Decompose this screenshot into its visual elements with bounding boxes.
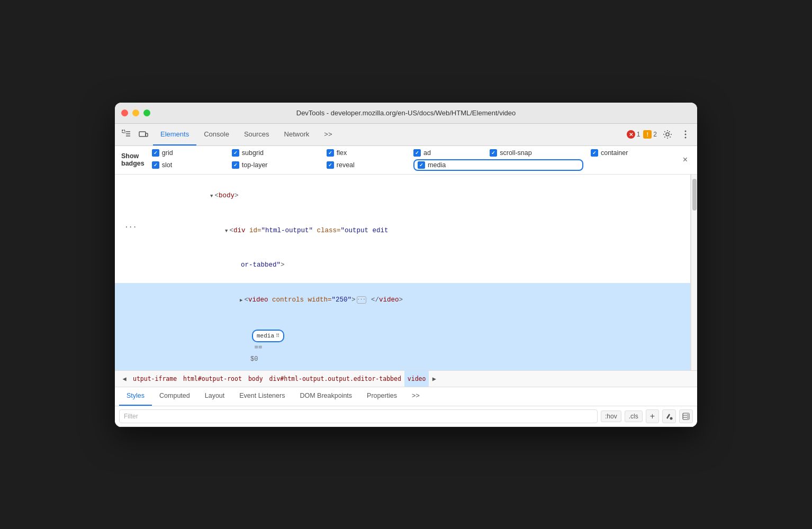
breadcrumb-back[interactable]: ◀ [119,370,130,387]
minimize-button[interactable] [132,110,139,116]
titlebar: DevTools - developer.mozilla.org/en-US/d… [115,103,697,124]
badge-reveal-checkbox[interactable] [327,161,334,169]
badge-scroll-snap[interactable]: scroll-snap [490,149,583,157]
styles-panel: Styles Computed Layout Event Listeners D… [115,387,697,427]
html-tree: ··· <body> <div id="html-output" class="… [115,175,691,370]
tree-div-open-cont[interactable]: or-tabbed"> [115,248,690,283]
styles-tabs: Styles Computed Layout Event Listeners D… [115,387,697,406]
breadcrumb-video[interactable]: video [404,370,429,387]
html-tree-scrollbar[interactable] [691,175,697,370]
add-rule-button[interactable]: + [646,409,659,423]
sidebar-icon[interactable] [679,409,693,423]
badge-ad-checkbox[interactable] [413,149,421,157]
badge-flex[interactable]: flex [327,149,406,157]
media-badge[interactable]: media ⠿ [252,330,284,343]
hov-button[interactable]: :hov [601,411,621,422]
tab-styles[interactable]: Styles [119,387,152,406]
badges-close-button[interactable]: × [680,154,691,166]
tree-body-open[interactable]: <body> [115,179,690,214]
error-badge[interactable]: ✕ 1 [627,130,640,139]
settings-icon[interactable] [660,127,675,142]
responsive-icon[interactable] [136,127,151,142]
badge-container-checkbox[interactable] [591,149,598,157]
svg-point-5 [685,134,687,135]
badge-subgrid[interactable]: subgrid [232,149,319,157]
main-area: ··· <body> <div id="html-output" class="… [115,175,697,370]
badge-grid-checkbox[interactable] [152,149,159,157]
maximize-button[interactable] [143,110,150,116]
svg-point-4 [685,131,687,132]
video-ellipsis[interactable]: ··· [357,296,366,304]
svg-rect-0 [122,130,125,133]
svg-rect-1 [139,132,146,136]
badges-grid: grid subgrid flex ad scroll-snap contain… [152,149,680,171]
window-controls [121,110,150,116]
breadcrumb-output-iframe[interactable]: utput-iframe [130,370,180,387]
close-button[interactable] [121,110,128,116]
svg-rect-2 [146,133,148,136]
tab-more[interactable]: >> [317,123,339,145]
tab-sources[interactable]: Sources [237,123,277,145]
tab-elements[interactable]: Elements [153,123,196,145]
badge-grid[interactable]: grid [152,149,224,157]
tab-console[interactable]: Console [196,123,237,145]
tab-network[interactable]: Network [277,123,317,145]
tree-media-badge-line: media ⠿ == $0 [115,318,690,370]
toolbar-right: ✕ 1 ! 2 [627,127,693,142]
tab-computed[interactable]: Computed [152,387,197,406]
badge-scroll-snap-checkbox[interactable] [490,149,497,157]
badge-slot[interactable]: slot [152,159,224,171]
breadcrumb-bar: ◀ utput-iframe html#output-root body div… [115,370,697,387]
toolbar-tabs: Elements Console Sources Network >> [153,123,625,145]
div-triangle[interactable] [225,227,228,235]
warning-badge[interactable]: ! 2 [643,130,657,139]
cls-button[interactable]: .cls [625,411,643,422]
badge-ad[interactable]: ad [413,149,482,157]
badge-flex-checkbox[interactable] [327,149,334,157]
breadcrumb-body[interactable]: body [245,370,266,387]
badge-top-layer[interactable]: top-layer [232,159,319,171]
tab-styles-more[interactable]: >> [404,387,427,406]
badge-container[interactable]: container [591,149,680,157]
badge-slot-checkbox[interactable] [152,161,159,169]
video-triangle[interactable] [240,297,242,305]
breadcrumb-html-root[interactable]: html#output-root [180,370,245,387]
svg-point-3 [666,133,669,136]
svg-point-6 [685,137,687,139]
breadcrumb-forward[interactable]: ▶ [429,370,439,387]
dots-indicator: ··· [124,221,137,233]
badges-label: Show badges [121,152,145,167]
tree-video-line[interactable]: <video controls width="250">··· </video> [115,283,690,318]
more-icon[interactable] [678,127,693,142]
inspect-icon[interactable] [119,127,134,142]
warning-icon: ! [643,130,652,139]
body-triangle[interactable] [210,193,213,200]
styles-filter-bar: :hov .cls + [115,406,697,427]
dollar-zero: $0 [250,355,258,363]
badge-media-checkbox[interactable] [418,161,425,169]
badge-reveal[interactable]: reveal [327,159,406,171]
devtools-toolbar: Elements Console Sources Network >> ✕ 1 … [115,124,697,146]
window-title: DevTools - developer.mozilla.org/en-US/d… [296,109,516,117]
filter-input[interactable] [119,409,598,423]
badge-media[interactable]: media [413,159,583,171]
badge-subgrid-checkbox[interactable] [232,149,239,157]
paint-bucket-icon[interactable] [662,409,676,423]
scrollbar-thumb[interactable] [692,179,697,211]
tab-layout[interactable]: Layout [197,387,232,406]
media-icon: ⠿ [276,332,279,341]
tab-properties[interactable]: Properties [359,387,404,406]
badge-top-layer-checkbox[interactable] [232,161,239,169]
devtools-window: DevTools - developer.mozilla.org/en-US/d… [115,103,697,427]
breadcrumb-div[interactable]: div#html-output.output.editor-tabbed [266,370,404,387]
svg-point-7 [670,417,673,419]
tree-div-open[interactable]: <div id="html-output" class="output edit [115,213,690,248]
svg-rect-9 [687,413,689,419]
error-icon: ✕ [627,130,635,139]
tab-dom-breakpoints[interactable]: DOM Breakpoints [292,387,359,406]
badges-bar: Show badges grid subgrid flex ad [115,146,697,175]
tab-event-listeners[interactable]: Event Listeners [232,387,292,406]
